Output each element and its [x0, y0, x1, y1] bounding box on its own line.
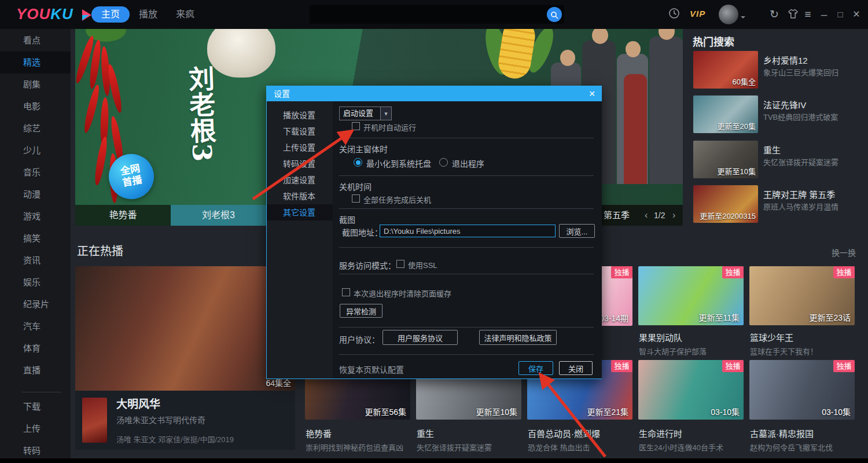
dialog-tab-version[interactable]: 软件版本	[267, 188, 333, 204]
episode-badge: 03-10集	[711, 406, 740, 417]
dialog-titlebar: 设置 ✕	[267, 86, 601, 101]
card-title: 生命进行时	[639, 427, 682, 439]
nav-tab-play[interactable]: 播放	[139, 6, 157, 23]
youku-logo[interactable]: YOUKU	[16, 5, 91, 23]
banner-prev-icon[interactable]: ‹	[645, 205, 648, 226]
banner-tab-liulaogen3[interactable]: 刘老根3	[171, 205, 266, 226]
banner-next-icon[interactable]: ›	[672, 205, 675, 226]
dialog-tab-speedup[interactable]: 加速设置	[267, 172, 333, 188]
sidebar-item-juji[interactable]: 剧集	[0, 74, 71, 95]
anomaly-detect-button[interactable]: 异常检测	[340, 304, 382, 318]
screenshot-path-label: 截图地址：	[342, 226, 382, 238]
video-card-lanqiu[interactable]: 独播 更新至23话 篮球少年王 篮球在手天下我有！	[749, 266, 855, 359]
clear-cache-checkbox[interactable]	[342, 288, 350, 296]
card-image: 独播 03-10集	[749, 360, 855, 420]
search-input[interactable]	[315, 7, 543, 23]
feature-title: 大明风华	[116, 395, 160, 411]
dialog-tab-transcode[interactable]: 转码设置	[267, 156, 333, 172]
dialog-tab-upload[interactable]: 上传设置	[267, 139, 333, 156]
browse-button[interactable]: 浏览...	[559, 224, 595, 238]
avatar-chevron-down-icon[interactable]	[741, 16, 745, 19]
sidebar-item-dongman[interactable]: 动漫	[0, 183, 71, 205]
episode-badge: 更新至20200315	[700, 210, 756, 221]
close-button[interactable]: 关闭	[559, 361, 593, 375]
sidebar-item-jilupian[interactable]: 纪录片	[0, 293, 71, 315]
sidebar-item-yule[interactable]: 娱乐	[0, 271, 71, 293]
search-bar	[310, 5, 564, 24]
dialog-tab-other[interactable]: 其它设置	[267, 204, 333, 221]
sidebar-item-download[interactable]: 下载	[0, 396, 71, 418]
skin-shirt-icon[interactable]	[786, 9, 800, 23]
sidebar-item-zhibo[interactable]: 直播	[0, 359, 71, 381]
feature-poster-thumb	[82, 398, 107, 443]
hot-search-item[interactable]: 更新至10集 重生 失忆张译拨开疑案迷雾	[693, 141, 863, 178]
sidebar-item-qiche[interactable]: 汽车	[0, 315, 71, 337]
sidebar-item-youxi[interactable]: 游戏	[0, 205, 71, 227]
episode-badge: 更新至56集	[365, 406, 406, 417]
shutdown-after-tasks-checkbox[interactable]	[352, 194, 360, 203]
banner-tab-yanshifan[interactable]: 艳势番	[75, 205, 171, 226]
exit-program-radio[interactable]	[439, 158, 448, 167]
episode-badge: 更新至21集	[587, 406, 628, 417]
hot-search-item[interactable]: 更新至20200315 王牌对王牌 第五季 原班人马传递岁月温情	[693, 185, 863, 223]
card-image: 独播 03-10集	[638, 360, 744, 420]
minimize-to-tray-radio[interactable]	[354, 158, 362, 167]
search-button[interactable]	[547, 7, 562, 22]
video-card-shengming[interactable]: 独播 03-10集 生命进行时 医生24小时连做40台手术	[638, 360, 744, 453]
hot-item-subtitle: 原班人马传递岁月温情	[763, 201, 838, 212]
menu-hamburger-icon[interactable]: ≡	[801, 8, 815, 21]
user-avatar[interactable]	[719, 5, 738, 24]
episode-badge: 更新至23话	[809, 311, 851, 323]
window-close-button[interactable]: ✕	[849, 8, 863, 21]
dropdown-chevron-down-icon[interactable]: ▾	[381, 106, 392, 120]
cast-head-decor	[560, 50, 575, 66]
nav-tab-laifeng[interactable]: 来疯	[176, 6, 194, 23]
video-card-guoguo[interactable]: 独播 更新至11集 果果别动队 智斗大胡子保护部落	[638, 266, 744, 359]
nav-tab-home[interactable]: 主页	[91, 6, 130, 23]
sidebar-item-gaoxiao[interactable]: 搞笑	[0, 227, 71, 249]
exclusive-badge: 独播	[833, 266, 855, 278]
minimize-button[interactable]: –	[817, 8, 831, 21]
sidebar-item-jingxuan[interactable]: 精选	[0, 52, 71, 74]
card-image: 独播 更新至11集	[638, 266, 744, 325]
episode-badge: 03-10集	[822, 406, 851, 417]
refresh-icon[interactable]: ↻	[767, 8, 781, 21]
legal-privacy-policy-button[interactable]: 法律声明和隐私政策	[479, 330, 557, 345]
autorun-checkbox[interactable]	[352, 122, 360, 130]
use-ssl-checkbox[interactable]	[396, 260, 404, 268]
sidebar-item-upload[interactable]: 上传	[0, 418, 71, 440]
sidebar-item-zixun[interactable]: 资讯	[0, 249, 71, 271]
feature-subtitle: 汤唯朱亚文书写明代传奇	[116, 414, 205, 425]
maximize-button[interactable]: □	[833, 8, 847, 21]
card-subtitle: 医生24小时连做40台手术	[639, 442, 723, 453]
feature-cast-line: 汤唯 朱亚文 邓家佳/张挺/中国/2019	[116, 433, 234, 444]
settings-dialog: 设置 ✕ 播放设置 下载设置 上传设置 转码设置 加速设置 软件版本 其它设置 …	[266, 86, 602, 379]
hot-search-item[interactable]: 更新至20集 法证先锋IV TVB经典回归港式破案	[693, 95, 863, 133]
video-card-gumupai[interactable]: 独播 03-10集 古墓派·精忠报国 赵构为何令岳飞撤军北伐	[749, 360, 855, 453]
divider	[339, 354, 594, 355]
dialog-close-icon[interactable]: ✕	[589, 86, 595, 101]
sidebar-item-yinyue[interactable]: 音乐	[0, 161, 71, 183]
sidebar-item-shaoer[interactable]: 少儿	[0, 139, 71, 161]
hot-search-item[interactable]: 60集全 乡村爱情12 象牙山三巨头爆笑回归	[693, 51, 863, 89]
screenshot-path-input[interactable]	[380, 225, 556, 237]
sidebar-item-kandian[interactable]: 看点	[0, 30, 71, 52]
banner-tab-partial[interactable]: 第五季	[604, 205, 630, 226]
sidebar-item-tiyu[interactable]: 体育	[0, 337, 71, 359]
dialog-tab-play[interactable]: 播放设置	[267, 107, 333, 123]
user-service-agreement-button[interactable]: 用户服务协议	[382, 330, 458, 345]
shuffle-refresh-link[interactable]: 换一换	[832, 247, 856, 258]
sidebar-item-zongyi[interactable]: 综艺	[0, 117, 71, 139]
history-clock-icon[interactable]	[667, 8, 681, 21]
dialog-tab-download[interactable]: 下载设置	[267, 123, 333, 139]
youku-app-window: YOUKU 主页 播放 来疯 VIP	[0, 0, 868, 463]
sidebar-item-dianying[interactable]: 电影	[0, 95, 71, 117]
save-button[interactable]: 保存	[518, 361, 553, 375]
restore-defaults-link[interactable]: 恢复本页默认配置	[339, 363, 404, 375]
card-title: 篮球少年王	[750, 331, 793, 343]
card-title: 古墓派·精忠报国	[750, 427, 814, 439]
feature-card-damingfenghua[interactable]: 64集全 大明风华 汤唯朱亚文书写明代传奇 汤唯 朱亚文 邓家佳/张挺/中国/2…	[75, 266, 295, 450]
startup-settings-dropdown[interactable]: 启动设置	[339, 106, 381, 120]
vip-button[interactable]: VIP	[690, 9, 705, 19]
cast-silhouette	[649, 36, 683, 184]
